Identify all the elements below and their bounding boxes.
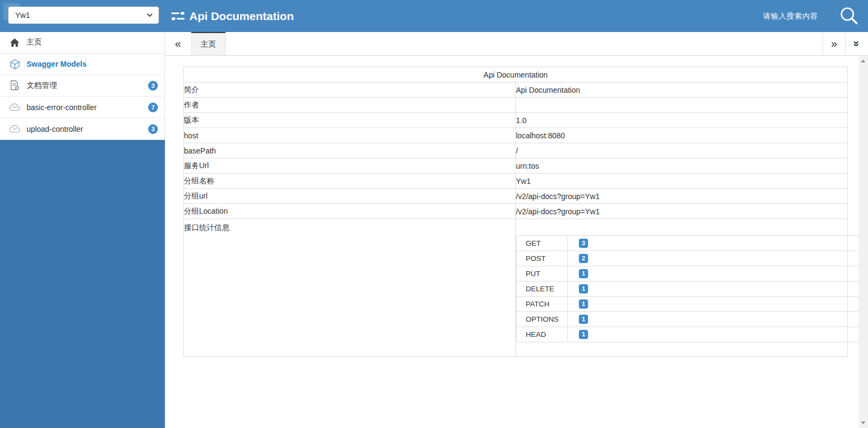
search-input[interactable]: 请输入搜索内容	[763, 11, 819, 21]
group-select-value: Yw1	[15, 11, 30, 20]
tab-bar: « 主页 » »	[165, 32, 868, 56]
info-label-cell: 分组名称	[184, 174, 516, 189]
sidebar-item-doc-manage[interactable]: 文档管理 3	[0, 75, 164, 97]
info-value-cell: urn:tos	[516, 158, 848, 174]
info-value-cell: /	[516, 143, 848, 158]
table-title: Api Documentation	[184, 67, 848, 82]
count-badge: 3	[579, 239, 588, 248]
table-row: POST 2	[516, 251, 868, 266]
info-value-cell	[516, 98, 848, 113]
table-row: 分组Location /v2/api-docs?group=Yw1	[184, 204, 848, 219]
count-badge: 3	[148, 81, 158, 91]
info-label-cell: 服务Url	[184, 158, 516, 174]
method-cell: GET	[516, 236, 568, 251]
sidebar-item-label: Swagger Models	[27, 60, 86, 68]
table-row: PATCH 1	[516, 297, 868, 312]
sidebar-menu: 主页 Swagger Models 文档管理	[0, 32, 165, 140]
method-cell: HEAD	[516, 327, 568, 342]
group-select[interactable]: Yw1	[8, 7, 159, 24]
tab-home[interactable]: 主页	[191, 32, 226, 55]
count-badge: 1	[579, 299, 588, 309]
info-label-cell: 分组url	[184, 189, 516, 204]
table-row: GET 3	[516, 236, 868, 251]
count-cell: 1	[568, 282, 868, 297]
svg-text:API: API	[12, 106, 17, 109]
table-row: 版本 1.0	[184, 113, 848, 128]
info-value-cell: /v2/api-docs?group=Yw1	[516, 189, 848, 204]
count-badge: 7	[148, 103, 158, 112]
scroll-down-arrow-icon[interactable]	[861, 421, 865, 424]
search-icon[interactable]	[839, 6, 859, 27]
method-cell: DELETE	[516, 282, 568, 297]
api-info-table: Api Documentation 简介 Api Documentation 作…	[183, 67, 848, 357]
sidebar-item-home[interactable]: 主页	[0, 32, 164, 54]
table-header-row: Api Documentation	[184, 67, 848, 82]
table-row: OPTIONS 1	[516, 312, 868, 327]
double-chevron-down-icon: »	[851, 41, 863, 47]
app-logo-icon	[171, 11, 184, 21]
info-value-cell: GET 3 POST 2 PUT 1	[516, 219, 848, 357]
info-label-cell: basePath	[184, 143, 516, 158]
count-cell: 1	[568, 312, 868, 327]
top-navbar: Yw1 Api Documentation 请输入搜索内容	[0, 0, 868, 32]
tabs-scroll-right-button[interactable]: »	[822, 32, 845, 55]
table-row: 作者	[184, 98, 848, 113]
info-value-cell: localhost:8080	[516, 128, 848, 143]
method-stats-table: GET 3 POST 2 PUT 1	[516, 235, 868, 342]
stats-row: 接口统计信息 GET 3 POST 2	[184, 219, 848, 357]
info-label-cell: 分组Location	[184, 204, 516, 219]
table-row: host localhost:8080	[184, 128, 848, 143]
api-cloud-icon: API	[9, 125, 21, 133]
info-value-cell: /v2/api-docs?group=Yw1	[516, 204, 848, 219]
table-row: 分组名称 Yw1	[184, 174, 848, 189]
sidebar-item-label: 文档管理	[27, 81, 57, 91]
info-label-cell: 简介	[184, 82, 516, 98]
content-pane: Api Documentation 简介 Api Documentation 作…	[165, 56, 859, 428]
method-cell: POST	[516, 251, 568, 266]
info-label-cell: 接口统计信息	[184, 219, 516, 357]
method-cell: OPTIONS	[516, 312, 568, 327]
sidebar-item-label: 主页	[27, 37, 42, 47]
sidebar-item-label: upload-controller	[27, 125, 83, 133]
count-cell: 2	[568, 251, 868, 266]
info-label-cell: 版本	[184, 113, 516, 128]
count-cell: 1	[568, 297, 868, 312]
count-badge: 3	[148, 124, 158, 134]
scroll-up-arrow-icon[interactable]	[861, 60, 865, 62]
home-icon	[9, 38, 21, 47]
swagger-models-icon	[9, 59, 21, 69]
sidebar-item-upload-controller[interactable]: API upload-controller 3	[0, 118, 164, 140]
count-badge: 1	[579, 330, 588, 339]
document-settings-icon	[9, 80, 21, 91]
table-row: 分组url /v2/api-docs?group=Yw1	[184, 189, 848, 204]
info-label-cell: 作者	[184, 98, 516, 113]
info-label-cell: host	[184, 128, 516, 143]
count-cell: 1	[568, 327, 868, 342]
count-badge: 2	[579, 254, 588, 263]
count-badge: 1	[579, 284, 588, 293]
table-row: DELETE 1	[516, 282, 868, 297]
svg-text:API: API	[12, 128, 17, 131]
tabbar-spacer	[226, 32, 822, 55]
page-title: Api Documentation	[189, 10, 294, 23]
info-value-cell: 1.0	[516, 113, 848, 128]
tabs-scroll-left-button[interactable]: «	[165, 32, 191, 55]
main-area: « 主页 » » Api Documentation 简介 Api Docume…	[165, 32, 868, 428]
method-cell: PATCH	[516, 297, 568, 312]
count-badge: 1	[579, 315, 588, 324]
info-value-cell: Yw1	[516, 174, 848, 189]
sidebar-item-label: basic-error-controller	[27, 103, 97, 112]
table-row: 服务Url urn:tos	[184, 158, 848, 174]
table-row: PUT 1	[516, 266, 868, 282]
count-badge: 1	[579, 269, 588, 278]
content-scrollbar[interactable]	[859, 56, 868, 428]
table-row: HEAD 1	[516, 327, 868, 342]
sidebar-item-basic-error-controller[interactable]: API basic-error-controller 7	[0, 97, 164, 118]
sidebar-item-swagger-models[interactable]: Swagger Models	[0, 54, 164, 75]
api-cloud-icon: API	[9, 103, 21, 111]
table-row: 简介 Api Documentation	[184, 82, 848, 98]
chevron-down-icon	[146, 13, 153, 17]
method-cell: PUT	[516, 266, 568, 282]
app-title-wrap: Api Documentation	[171, 0, 294, 32]
tabs-collapse-button[interactable]: »	[845, 32, 868, 55]
